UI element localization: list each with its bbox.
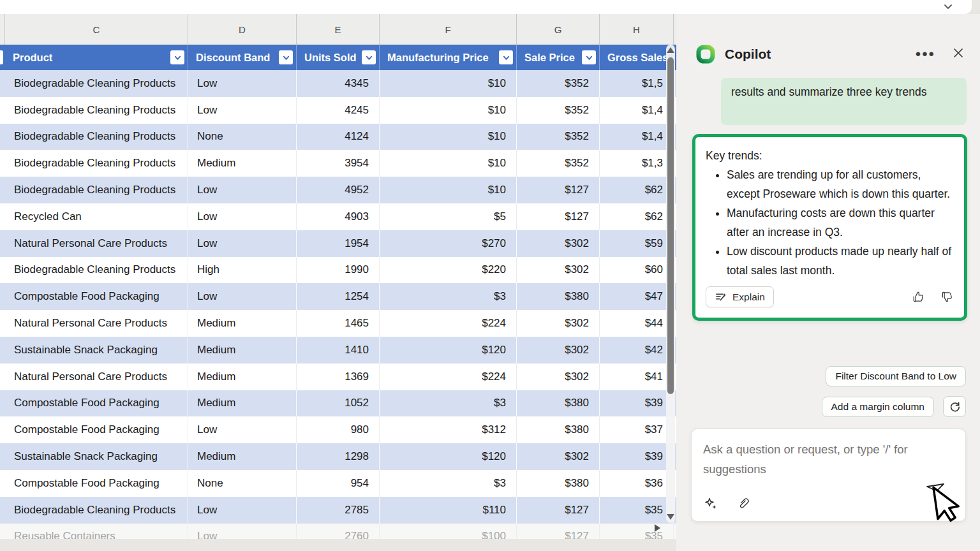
table-cell[interactable]: 1465 <box>297 310 380 337</box>
table-cell[interactable]: 1369 <box>297 364 380 390</box>
table-cell[interactable]: $302 <box>517 230 600 257</box>
chevron-down-icon[interactable] <box>942 1 954 15</box>
table-cell[interactable]: $312 <box>380 416 517 443</box>
table-cell[interactable]: 4903 <box>297 203 380 230</box>
table-cell[interactable]: Low <box>188 497 297 524</box>
table-cell[interactable]: $270 <box>380 230 517 257</box>
table-cell[interactable]: $36 <box>600 470 674 497</box>
vertical-scrollbar[interactable] <box>666 45 675 523</box>
table-cell[interactable]: $44 <box>600 310 674 337</box>
table-cell[interactable]: Low <box>188 416 297 443</box>
table-cell[interactable]: $380 <box>517 416 600 443</box>
table-cell[interactable]: Biodegradable Cleaning Products <box>5 177 188 203</box>
table-cell[interactable]: $127 <box>517 203 600 230</box>
table-cell[interactable]: Medium <box>188 310 297 337</box>
table-cell[interactable]: $220 <box>380 257 517 284</box>
thumbs-up-icon[interactable] <box>912 290 925 304</box>
table-cell[interactable]: Biodegradable Cleaning Products <box>5 150 188 177</box>
table-cell[interactable]: $62 <box>600 177 674 203</box>
more-options-icon[interactable]: ••• <box>916 51 935 57</box>
table-cell[interactable]: Compostable Food Packaging <box>5 283 188 310</box>
table-cell[interactable]: 1298 <box>297 443 380 470</box>
column-header[interactable]: Gross Sales <box>600 45 674 70</box>
table-cell[interactable]: $110 <box>380 497 517 524</box>
table-cell[interactable]: $5 <box>380 203 517 230</box>
table-cell[interactable]: 4345 <box>297 70 380 97</box>
table-cell[interactable]: $1,4 <box>600 97 674 124</box>
table-cell[interactable]: Medium <box>188 150 297 177</box>
suggestion-add-margin[interactable]: Add a margin column <box>822 397 934 417</box>
table-cell[interactable]: $1,4 <box>600 124 674 151</box>
scroll-up-arrow-icon[interactable] <box>667 47 674 53</box>
table-cell[interactable]: $1,3 <box>600 150 674 177</box>
table-cell[interactable]: $352 <box>517 70 600 97</box>
filter-dropdown-icon[interactable] <box>582 50 596 64</box>
table-cell[interactable]: 1254 <box>297 283 380 310</box>
column-letter[interactable]: F <box>380 14 517 45</box>
table-cell[interactable]: Low <box>188 283 297 310</box>
table-cell[interactable]: $380 <box>517 283 600 310</box>
table-cell[interactable]: Sustainable Snack Packaging <box>5 337 188 364</box>
table-cell[interactable]: Low <box>188 97 297 124</box>
table-cell[interactable]: Recycled Can <box>5 203 188 230</box>
table-cell[interactable]: $127 <box>517 177 600 203</box>
table-cell[interactable]: $41 <box>600 364 674 390</box>
table-cell[interactable]: $37 <box>600 416 674 443</box>
table-cell[interactable]: 4124 <box>297 124 380 151</box>
table-cell[interactable]: $224 <box>380 310 517 337</box>
column-letter[interactable]: H <box>600 14 674 45</box>
table-cell[interactable]: Compostable Food Packaging <box>5 390 188 417</box>
table-cell[interactable]: $1,5 <box>600 70 674 97</box>
column-header[interactable]: Sale Price <box>517 45 600 70</box>
table-cell[interactable]: $10 <box>380 150 517 177</box>
table-cell[interactable]: $35 <box>600 524 674 539</box>
column-header[interactable]: Manufacturing Price <box>380 45 517 70</box>
table-cell[interactable]: 1410 <box>297 337 380 364</box>
table-cell[interactable]: $352 <box>517 124 600 151</box>
table-cell[interactable]: $352 <box>517 97 600 124</box>
table-cell[interactable]: 1990 <box>297 257 380 284</box>
table-cell[interactable]: Low <box>188 230 297 257</box>
table-cell[interactable]: Biodegradable Cleaning Products <box>5 497 188 524</box>
column-header[interactable]: Discount Band <box>188 45 297 70</box>
table-cell[interactable]: $224 <box>380 364 517 390</box>
table-cell[interactable]: 980 <box>297 416 380 443</box>
scroll-right-arrow-icon[interactable] <box>655 524 660 532</box>
table-cell[interactable]: $120 <box>380 337 517 364</box>
suggestion-filter-discount[interactable]: Filter Discount Band to Low <box>826 366 966 386</box>
column-letter[interactable]: C <box>5 14 188 45</box>
table-cell[interactable]: Low <box>188 70 297 97</box>
thumbs-down-icon[interactable] <box>940 290 954 304</box>
scroll-down-arrow-icon[interactable] <box>667 514 674 520</box>
table-cell[interactable]: Compostable Food Packaging <box>5 416 188 443</box>
table-cell[interactable]: Sustainable Snack Packaging <box>5 443 188 470</box>
table-cell[interactable]: $10 <box>380 124 517 151</box>
column-letter[interactable]: E <box>297 14 380 45</box>
table-cell[interactable]: $127 <box>517 524 600 539</box>
table-cell[interactable]: $35 <box>600 497 674 524</box>
copilot-input[interactable]: Ask a question or request, or type '/' f… <box>691 429 966 522</box>
table-cell[interactable]: None <box>188 124 297 151</box>
table-cell[interactable]: Compostable Food Packaging <box>5 470 188 497</box>
table-cell[interactable]: None <box>188 470 297 497</box>
table-cell[interactable]: Biodegradable Cleaning Products <box>5 257 188 284</box>
table-cell[interactable]: $10 <box>380 177 517 203</box>
table-cell[interactable]: $120 <box>380 443 517 470</box>
column-header[interactable]: Product <box>5 45 188 70</box>
table-cell[interactable]: 2785 <box>297 497 380 524</box>
table-cell[interactable]: High <box>188 257 297 284</box>
filter-dropdown-icon[interactable] <box>170 50 184 64</box>
table-cell[interactable]: $47 <box>600 283 674 310</box>
table-cell[interactable]: 1052 <box>297 390 380 417</box>
filter-dropdown-icon[interactable] <box>362 50 376 64</box>
table-cell[interactable]: Natural Personal Care Products <box>5 364 188 390</box>
table-cell[interactable]: $302 <box>517 310 600 337</box>
column-letter[interactable]: D <box>188 14 297 45</box>
paperclip-icon[interactable] <box>736 497 750 511</box>
table-cell[interactable]: Low <box>188 203 297 230</box>
table-cell[interactable]: $42 <box>600 337 674 364</box>
sparkle-icon[interactable] <box>704 497 718 511</box>
table-cell[interactable]: Biodegradable Cleaning Products <box>5 97 188 124</box>
table-cell[interactable]: $10 <box>380 97 517 124</box>
table-cell[interactable]: $3 <box>380 283 517 310</box>
